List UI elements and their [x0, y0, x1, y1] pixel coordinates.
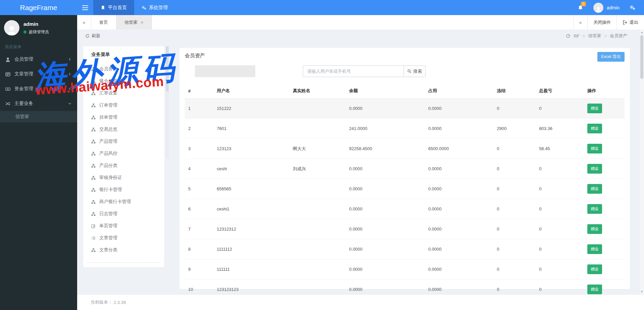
gift-button[interactable]: 赠金 [587, 224, 602, 234]
business-menu-item[interactable]: 订单管理 [83, 99, 164, 111]
table-cell: 0.0000 [425, 119, 494, 139]
table-row: 101231231230.00000.000000赠金 [185, 280, 625, 295]
scroll-up-arrow[interactable]: ▲ [640, 30, 644, 35]
business-menu-item-label: 会员资产 [99, 66, 117, 72]
news-icon [5, 72, 10, 77]
gift-button[interactable]: 赠金 [587, 285, 602, 294]
table-cell: 啊大大 [289, 139, 346, 159]
sidebar-user-role: 超级管理员 [23, 29, 49, 35]
nav-tab-platform-home[interactable]: 平台首页 [93, 0, 134, 15]
gift-button[interactable]: 赠金 [587, 204, 602, 214]
sidebar-item-label: 文章管理 [14, 71, 33, 77]
business-menu-item[interactable]: 产品分类 [83, 160, 164, 172]
table-row: 27601241.00000.00002900803.36赠金 [185, 119, 625, 139]
table-cell: 0 [493, 239, 536, 259]
refresh-button[interactable]: 刷新 [85, 33, 100, 39]
menu-panel-scrollbar[interactable] [166, 46, 169, 159]
table-cell: 0 [493, 259, 536, 280]
bookmark-icon [101, 5, 105, 10]
sidebar-item-business[interactable]: 主要业务 [0, 96, 77, 111]
table-cell: 2 [185, 119, 213, 139]
breadcrumb-item[interactable]: 信管家 [588, 33, 601, 39]
app-logo[interactable]: RageFrame [0, 0, 77, 15]
tabs-scroll-left-button[interactable]: « [77, 15, 91, 29]
business-menu-item[interactable]: 日志管理 [83, 208, 164, 220]
close-operations-button[interactable]: 关闭操作 [587, 15, 616, 29]
breadcrumb-home[interactable]: RF [574, 34, 579, 39]
nav-tab-label: 系统管理 [149, 5, 168, 11]
gift-button[interactable]: 赠金 [587, 144, 602, 153]
sidebar-item-label: 主要业务 [14, 101, 33, 107]
search-input[interactable] [303, 65, 404, 77]
business-menu-item[interactable]: 会员资产 [83, 63, 164, 75]
table-cell: 0.0000 [346, 259, 425, 280]
sidebar-item-article[interactable]: 文章管理 [0, 67, 77, 81]
sidebar-user-name: admin [23, 21, 49, 27]
breadcrumb-separator: > [583, 34, 585, 39]
dashboard-icon [566, 34, 571, 38]
table-cell: 111111 [213, 259, 289, 280]
gift-button[interactable]: 赠金 [587, 124, 602, 133]
column-header: 占用 [425, 83, 494, 99]
business-menu-item-label: 单页管理 [99, 223, 117, 229]
business-menu-item-label: 文章管理 [99, 235, 117, 241]
sitemap-icon [91, 79, 96, 83]
gift-button[interactable]: 赠金 [587, 164, 602, 174]
tabs-scroll-right-button[interactable]: » [573, 15, 587, 29]
business-menu-item[interactable]: 挂单管理 [83, 111, 164, 123]
business-menu-item[interactable]: 汇率设置 [83, 87, 164, 99]
column-header: 操作 [584, 83, 625, 99]
money-icon [5, 86, 10, 91]
gift-button[interactable]: 赠金 [587, 104, 602, 113]
user-menu[interactable]: admin [593, 3, 620, 13]
nav-tab-system-manage[interactable]: 系统管理 [134, 0, 175, 15]
gift-button[interactable]: 赠金 [587, 244, 602, 254]
search-button[interactable]: 搜索 [404, 65, 426, 77]
scrollbar-thumb[interactable] [640, 35, 643, 79]
logout-button[interactable]: 退出 [616, 15, 644, 29]
business-menu-item[interactable]: 单页管理 [83, 220, 164, 232]
table-cell: 0 [493, 139, 536, 159]
close-tab-icon[interactable]: × [141, 19, 144, 25]
sidebar-menu: 会员管理文章管理资金管理主要业务信管家 [0, 52, 77, 122]
table-cell: 241.0000 [346, 119, 425, 139]
table-header-row: #用户名真实姓名余额占用冻结总盈亏操作 [185, 83, 625, 99]
table-cell: 58.45 [536, 139, 584, 159]
table-cell: 1111112 [213, 239, 289, 259]
sitemap-icon [91, 67, 96, 71]
sitemap-icon [91, 176, 96, 180]
business-menu-item[interactable]: 产品风控 [83, 147, 164, 160]
page-scrollbar[interactable]: ▲ ▼ [639, 29, 644, 294]
business-menu-item[interactable]: 商户银行卡管理 [83, 196, 164, 208]
column-header: 真实姓名 [289, 83, 346, 99]
filter-placeholder-box[interactable] [195, 65, 255, 77]
sidebar-item-funds[interactable]: 资金管理 [0, 81, 77, 96]
scroll-down-arrow[interactable]: ▼ [640, 289, 644, 294]
sidebar-subitem-xinguanjia[interactable]: 信管家 [0, 111, 77, 122]
gift-button[interactable]: 赠金 [587, 184, 602, 194]
business-menu-item[interactable]: 文章分类 [83, 244, 164, 256]
gift-button[interactable]: 赠金 [587, 264, 602, 274]
business-menu-item[interactable]: 银行卡管理 [83, 184, 164, 196]
business-menu-item[interactable]: 交易总览 [83, 123, 164, 135]
business-menu-item[interactable]: 产品管理 [83, 135, 164, 147]
divider [87, 262, 160, 263]
table-row: 4ceshi刘成兴0.00000.000000赠金 [185, 159, 625, 179]
business-menu-item[interactable]: 审核身份证 [83, 172, 164, 184]
business-menu-item[interactable]: 文章管理 [83, 232, 164, 244]
sidebar-item-member[interactable]: 会员管理 [0, 52, 77, 67]
settings-gear-icon[interactable] [630, 5, 635, 10]
excel-export-button[interactable]: Excel 导出 [597, 52, 625, 62]
sidebar-toggle-button[interactable] [77, 0, 93, 15]
breadcrumb: RF>信管家>会员资产 [566, 33, 636, 39]
notifications-button[interactable]: 0 [578, 4, 583, 10]
sidebar-section-label: 系统菜单 [0, 39, 77, 52]
sidebar-user-panel: admin 超级管理员 [0, 15, 77, 39]
business-menu-item[interactable]: 爆仓单管理 [83, 75, 164, 87]
business-menu-item-label: 商户银行卡管理 [99, 199, 131, 205]
chevron-left-icon [68, 57, 72, 61]
tab-xinguanjia[interactable]: 信管家 × [116, 15, 152, 29]
person-icon [6, 25, 17, 36]
tab-home[interactable]: 首页 [91, 15, 116, 29]
edit-icon [91, 224, 96, 228]
